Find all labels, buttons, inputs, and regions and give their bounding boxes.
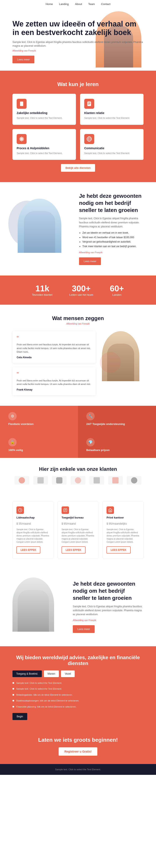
services-section: Wij bieden wereldwijd advies, zakelijke … [0,646,156,728]
pricing-grid: Lidmaatschap $ 35/maand Sample text. Cli… [12,501,144,559]
about2-cta-button[interactable]: Lees meer [73,625,94,633]
testimonials-list: " Proin sed libera enim sed faucibus tur… [12,331,96,395]
about-cta-button[interactable]: Lees meer [79,257,101,265]
plan-1-title: Lidmaatschap [16,516,49,519]
about2-title: Je hebt deze gewoonten nodig om het bedr… [73,580,144,601]
feature-2: 🔧 24/7 Toegwijde ondersteuning [78,406,156,432]
pricing-card-2: Toegwijid bureau $ 65/maand Sample text.… [57,501,99,559]
service-text-2: Sample text. Click to select the Text El… [16,687,62,691]
feature-4-title: Betaalbare prijzen [86,448,110,452]
card-2-text: Sample text. Click to select the Text El… [84,116,140,120]
services-tab-1[interactable]: Toegang & Boekhd. [12,671,42,677]
services-tab-2[interactable]: Manen [44,671,59,677]
service-item-2: Sample text. Click to select the Text El… [12,687,144,691]
plan-2-button[interactable]: LEES EPPEK [62,547,85,554]
client-logo-5 [89,476,104,485]
services-tab-3[interactable]: Vezel [61,671,74,677]
navigation: Home Landing About Team Contact [0,0,156,8]
client-logo-1 [14,476,29,485]
service-text-4: Boekhoudoplossingen: klik om de tekst El… [16,699,79,703]
client-logo-7 [127,476,142,485]
footer-text: Sample text. Click to select the Text El… [12,768,144,771]
pricing-icon-1 [16,506,24,514]
card-2-title: Klanten relatie [84,111,140,115]
clients-logos [12,476,144,485]
card-2: Klanten relatie Sample text. Click to se… [80,94,144,125]
service-dot-3 [12,694,14,696]
card-3-icon [16,134,27,144]
hero-description: Sample text. Click to Egestas aliquet fr… [12,40,144,48]
plan-1-description: Sample text. Click to Egestas aliquet fr… [16,528,49,544]
about-list-item-2: Word een #1 bestseller of bak talaan $10… [82,235,144,240]
plan-3-button[interactable]: LEES EPPEK [107,547,130,554]
plan-3-description: Sample text. Click to Egestas aliquet fr… [107,528,140,544]
client-logo-6 [108,476,123,485]
about-list-item-1: Zet uw ideeën en verhaal om in een boek. [82,231,144,235]
service-item-4: Boekhoudoplossingen: klik om de tekst El… [12,699,144,703]
pricing-icon-3 [107,506,114,514]
feature-1-icon: ⚙ [8,412,16,420]
hero-cta-button[interactable]: Lees meer [12,56,34,63]
about-description: Sample text. Click to Egestas aliquet fr… [79,217,144,228]
feature-3-icon: 🔒 [8,438,16,446]
testimonials-section: Wat mensen zeggen Afbeelding van Freepik… [0,305,156,406]
card-3: Proces & Hulpmiddelen Sample text. Click… [12,129,76,160]
service-item-1: Sample text. Click to select the Text El… [12,681,144,685]
stat-3-number: 60+ [110,284,124,293]
about-caption: Afbeelding van Freepik [79,251,144,254]
stat-1-label: Tevreden klanten [32,293,53,296]
quote-icon-1: " [16,335,91,341]
hero-section: We zetten uw ideeën of verhaal om in een… [0,8,156,71]
stat-2-label: Leden van het team [69,293,93,296]
services-cta-button[interactable]: Begin [12,713,27,720]
client-logo-3 [52,476,67,485]
service-text-1: Sample text. Click to select the Text El… [16,681,62,685]
plan-1-button[interactable]: LEES EPPEK [16,547,40,554]
hero-title: We zetten uw ideeën of verhaal om in een… [12,20,144,37]
testimonial-1: " Proin sed libera enim sed faucibus tur… [12,331,96,363]
testimonials-row: " Proin sed libera enim sed faucibus tur… [12,331,144,395]
pricing-card-3: Privé kantoor $ 95/maandelijks Sample te… [103,501,144,559]
about2-image [12,578,65,636]
card-3-text: Sample text. Click to select the Text El… [16,152,72,155]
nav-home[interactable]: Home [45,2,53,6]
stat-1: 11k Tevreden klanten [32,284,53,296]
card-1-icon [16,99,27,109]
service-dot-4 [12,700,14,702]
testimonials-title: Wat mensen zeggen [12,315,144,321]
features-section: ⚙ Flexibele voordelen 🔧 24/7 Toegwijde o… [0,406,156,458]
clients-section: Hier zijn enkele van onze klanten [0,458,156,493]
card-4: Communicatie Sample text. Click to selec… [80,129,144,160]
about-image [12,198,71,259]
service-text-5: Financiële planning: klik om de tekst El… [16,705,76,709]
nav-team[interactable]: Team [88,2,95,6]
about-list-item-4: Trek meer klanten aan en laat uw bedrijf… [82,244,144,249]
stat-3: 60+ Landen [110,284,124,296]
plan-3-title: Privé kantoor [107,516,140,519]
about2-text: Je hebt deze gewoonten nodig om het bedr… [73,580,144,633]
testimonial-1-author: Cela Almeda [16,356,91,359]
svg-rect-1 [21,105,23,106]
cta-button[interactable]: Registreer u Gratis! [58,747,98,756]
services-content: Sample text. Click to select the Text El… [12,681,144,720]
nav-landing[interactable]: Landing [59,2,69,6]
learn-section: Wat kun je leren Zakelijke ontwikkeling … [0,71,156,182]
about-list: Zet uw ideeën en verhaal om in een boek.… [82,231,144,249]
about-text: Je hebt deze gewoonten nodig om het bedr… [79,192,144,265]
services-title: Wij bieden wereldwijd advies, zakelijke … [12,655,144,666]
pricing-section: Lidmaatschap $ 35/maand Sample text. Cli… [0,493,156,567]
services-list: Sample text. Click to select the Text El… [12,681,144,720]
plan-2-price: $ 65/maand [62,520,94,526]
nav-contact[interactable]: Contact [101,2,111,6]
card-2-icon [84,99,94,109]
about-title: Je hebt deze gewoonten nodig om het bedr… [79,192,144,214]
clients-title: Hier zijn enkele van onze klanten [12,466,144,472]
footer: Sample text. Click to select the Text El… [0,764,156,775]
plan-2-description: Sample text. Click to Egestas aliquet fr… [62,528,94,544]
card-1-text: Sample text. Click to select the Text El… [16,116,72,120]
learn-all-button[interactable]: Bekijk alle diensten [61,164,95,172]
nav-about[interactable]: About [75,2,82,6]
about2-section: Je hebt deze gewoonten nodig om het bedr… [0,567,156,646]
service-text-3: Belastingadvies: klik om de tekst Elemen… [16,693,73,697]
services-tabs: Toegang & Boekhd. Manen Vezel [12,671,144,677]
